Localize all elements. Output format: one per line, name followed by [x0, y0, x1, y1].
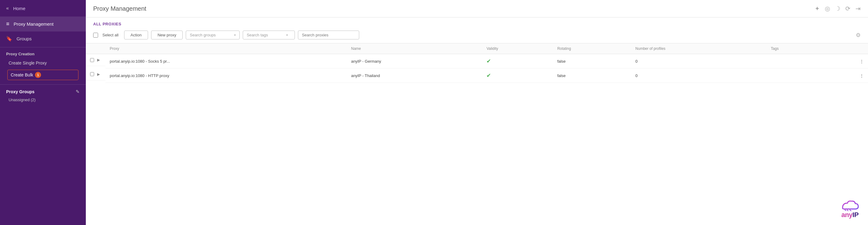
row-name: anyIP - Thailand	[347, 69, 482, 83]
select-all-checkbox[interactable]	[93, 33, 98, 38]
row-rotating: false	[553, 54, 631, 69]
col-checkbox	[86, 43, 105, 54]
sidebar-unassigned[interactable]: Unassigned (2)	[0, 96, 86, 105]
sidebar-item-create-single-proxy[interactable]: Create Single Proxy	[0, 58, 86, 68]
row-rotating: false	[553, 69, 631, 83]
proxy-groups-section: Proxy Groups ✎	[0, 84, 86, 96]
proxy-groups-edit-icon[interactable]: ✎	[76, 89, 80, 95]
row-checkbox[interactable]	[90, 72, 94, 76]
col-proxy: Proxy	[105, 43, 347, 54]
toolbar: Select all Action New proxy Search group…	[86, 28, 868, 43]
all-proxies-label: ALL PROXIES	[86, 17, 868, 28]
row-proxy: portal.anyip.io:1080 - Socks 5 pr...	[105, 54, 347, 69]
home-label: Home	[13, 6, 25, 11]
row-profiles: 0	[631, 54, 767, 69]
validity-check-icon: ✔	[487, 72, 491, 79]
main-content: Proxy Management ✦ ◎ ☽ ⟳ ⇥ ALL PROXIES S…	[86, 0, 868, 225]
header-icons: ✦ ◎ ☽ ⟳ ⇥	[815, 5, 861, 12]
row-name: anyIP - Germany	[347, 54, 482, 69]
row-tags	[767, 69, 824, 83]
logo-cloud-icon	[839, 199, 861, 211]
main-wrapper: ALL PROXIES Select all Action New proxy …	[86, 17, 868, 225]
groups-label: Groups	[17, 36, 32, 41]
search-groups-placeholder: Search groups	[190, 33, 216, 37]
row-proxy: portal.anyip.io:1080 - HTTP proxy	[105, 69, 347, 83]
sidebar-home-item[interactable]: « Home	[0, 0, 86, 16]
select-all-label: Select all	[102, 33, 119, 37]
logo-any: any	[841, 211, 852, 219]
search-tags-placeholder: Search tags	[247, 33, 268, 37]
table-row: ▶ portal.anyip.io:1080 - Socks 5 pr... a…	[86, 54, 868, 69]
col-rotating: Rotating	[553, 43, 631, 54]
row-validity: ✔	[482, 54, 553, 69]
proxy-creation-section-title: Proxy Creation	[0, 47, 86, 58]
row-more-button[interactable]: ⋮	[824, 69, 868, 83]
col-tags: Tags	[767, 43, 824, 54]
refresh-icon[interactable]: ⟳	[845, 5, 850, 12]
settings-icon[interactable]: ⚙	[856, 32, 861, 39]
search-tags-chevron: ▾	[286, 33, 288, 37]
proxy-management-label: Proxy Management	[14, 22, 54, 27]
create-bulk-label: Create Bulk	[11, 72, 33, 77]
logo-ip: IP	[852, 211, 859, 219]
search-groups-chevron: ▾	[234, 33, 236, 37]
row-validity: ✔	[482, 69, 553, 83]
search-proxies-input[interactable]	[298, 31, 359, 39]
proxy-groups-title: Proxy Groups	[6, 89, 35, 94]
col-validity: Validity	[482, 43, 553, 54]
sidebar-item-proxy-management[interactable]: ≡ Proxy Management	[0, 16, 86, 32]
validity-check-icon: ✔	[487, 58, 491, 64]
create-single-proxy-label: Create Single Proxy	[8, 61, 47, 66]
action-button[interactable]: Action	[124, 31, 148, 39]
col-name: Name	[347, 43, 482, 54]
collapse-icon[interactable]: «	[6, 5, 9, 11]
sidebar: « Home ≡ Proxy Management 🔖 Groups Proxy…	[0, 0, 86, 225]
row-expand-button[interactable]: ▶	[96, 72, 101, 76]
logo-text: anyIP	[841, 211, 859, 219]
circle-icon[interactable]: ◎	[825, 5, 830, 12]
logo-area: anyIP	[839, 199, 861, 219]
col-actions	[824, 43, 868, 54]
row-checkbox-cell: ▶	[86, 54, 105, 66]
proxy-management-icon: ≡	[6, 21, 9, 27]
row-expand-button[interactable]: ▶	[96, 58, 101, 62]
sidebar-item-groups[interactable]: 🔖 Groups	[0, 32, 86, 46]
row-tags	[767, 54, 824, 69]
add-icon[interactable]: ✦	[815, 5, 820, 12]
groups-icon: 🔖	[6, 36, 12, 42]
col-profiles: Number of profiles	[631, 43, 767, 54]
moon-icon[interactable]: ☽	[835, 5, 840, 12]
search-groups-dropdown[interactable]: Search groups ▾	[186, 31, 240, 39]
row-profiles: 0	[631, 69, 767, 83]
search-tags-dropdown[interactable]: Search tags ▾	[243, 31, 295, 39]
create-bulk-badge: 1	[35, 72, 41, 78]
main-header: Proxy Management ✦ ◎ ☽ ⟳ ⇥	[86, 0, 868, 17]
row-checkbox-cell: ▶	[86, 69, 105, 80]
logout-icon[interactable]: ⇥	[856, 5, 861, 12]
page-title: Proxy Management	[93, 5, 146, 12]
sidebar-item-create-bulk[interactable]: Create Bulk 1	[7, 70, 79, 80]
proxy-table: Proxy Name Validity Rotating Number of p…	[86, 43, 868, 83]
table-row: ▶ portal.anyip.io:1080 - HTTP proxy anyI…	[86, 69, 868, 83]
new-proxy-button[interactable]: New proxy	[151, 31, 183, 39]
row-checkbox[interactable]	[90, 58, 94, 62]
row-more-button[interactable]: ⋮	[824, 54, 868, 69]
